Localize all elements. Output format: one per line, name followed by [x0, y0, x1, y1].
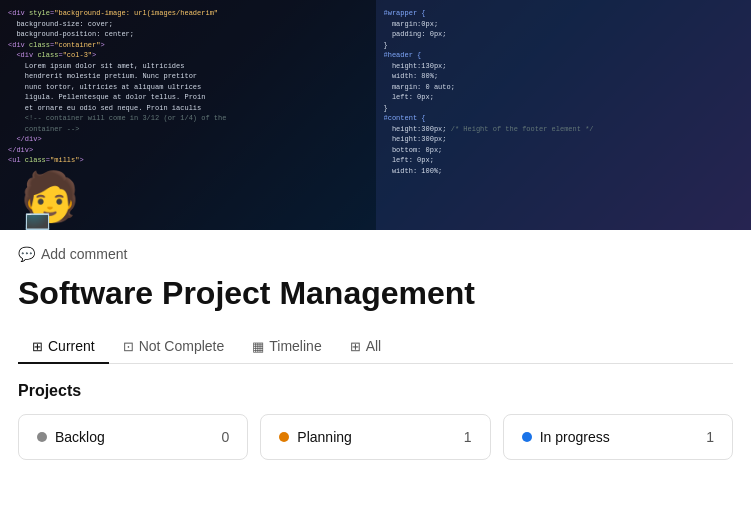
- planning-name: Planning: [297, 429, 352, 445]
- add-comment-label: Add comment: [41, 246, 127, 262]
- current-tab-icon: ⊞: [32, 339, 43, 354]
- tabs-row: ⊞ Current ⊡ Not Complete ▦ Timeline ⊞ Al…: [18, 330, 733, 364]
- project-cards-row: Backlog 0 Planning 1 In progress 1: [18, 414, 733, 460]
- backlog-count: 0: [222, 429, 230, 445]
- tab-current-label: Current: [48, 338, 95, 354]
- planning-count: 1: [464, 429, 472, 445]
- tab-timeline[interactable]: ▦ Timeline: [238, 330, 335, 364]
- tab-not-complete-label: Not Complete: [139, 338, 225, 354]
- planning-dot: [279, 432, 289, 442]
- timeline-tab-icon: ▦: [252, 339, 264, 354]
- backlog-dot: [37, 432, 47, 442]
- hero-banner: <div style="background-image: url(images…: [0, 0, 751, 230]
- add-comment-button[interactable]: 💬 Add comment: [18, 246, 733, 262]
- in-progress-count: 1: [706, 429, 714, 445]
- projects-header: Projects: [18, 382, 733, 400]
- page-title: Software Project Management: [18, 274, 733, 312]
- tab-current[interactable]: ⊞ Current: [18, 330, 109, 364]
- all-tab-icon: ⊞: [350, 339, 361, 354]
- tab-timeline-label: Timeline: [269, 338, 321, 354]
- project-card-planning[interactable]: Planning 1: [260, 414, 490, 460]
- tab-all-label: All: [366, 338, 382, 354]
- comment-icon: 💬: [18, 246, 35, 262]
- project-card-in-progress[interactable]: In progress 1: [503, 414, 733, 460]
- backlog-name: Backlog: [55, 429, 105, 445]
- in-progress-dot: [522, 432, 532, 442]
- project-card-backlog[interactable]: Backlog 0: [18, 414, 248, 460]
- avatar: 🧑 💻: [20, 173, 80, 230]
- not-complete-tab-icon: ⊡: [123, 339, 134, 354]
- tab-not-complete[interactable]: ⊡ Not Complete: [109, 330, 239, 364]
- in-progress-name: In progress: [540, 429, 610, 445]
- tab-all[interactable]: ⊞ All: [336, 330, 396, 364]
